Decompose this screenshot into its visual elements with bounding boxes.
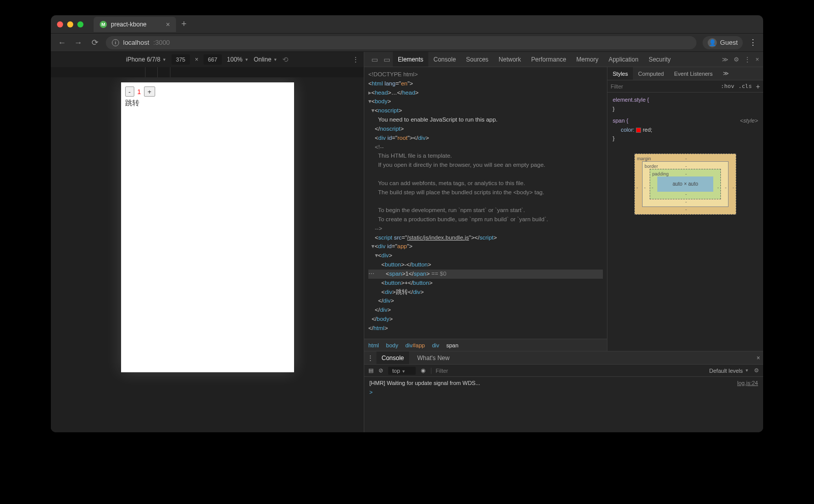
profile-button[interactable]: 👤 Guest bbox=[703, 36, 743, 49]
device-height-input[interactable] bbox=[204, 54, 222, 65]
minus-button[interactable]: - bbox=[125, 86, 134, 97]
guest-label: Guest bbox=[720, 39, 738, 46]
more-styles-tabs[interactable]: ≫ bbox=[718, 67, 734, 80]
tab-memory[interactable]: Memory bbox=[571, 52, 603, 67]
dom-panel: <!DOCTYPE html> <html lang="en"> ▸<head>… bbox=[364, 67, 607, 351]
styles-tabs: Styles Computed Event Listeners ≫ bbox=[607, 67, 763, 80]
tab-title: preact-kbone bbox=[111, 21, 147, 28]
settings-icon[interactable]: ⚙ bbox=[734, 56, 739, 63]
tab-performance[interactable]: Performance bbox=[526, 52, 571, 67]
color-swatch-icon[interactable] bbox=[636, 128, 641, 133]
new-tab-button[interactable]: + bbox=[181, 19, 187, 29]
box-model[interactable]: margin -- -- border -- -- padding -- - bbox=[634, 154, 736, 215]
jump-link[interactable]: 跳转 bbox=[125, 99, 290, 108]
tab-elements[interactable]: Elements bbox=[393, 52, 428, 67]
breadcrumb-item[interactable]: div#app bbox=[405, 342, 425, 348]
tab-sources[interactable]: Sources bbox=[461, 52, 493, 67]
box-content: auto × auto bbox=[657, 176, 713, 192]
clear-console-icon[interactable]: ⊘ bbox=[379, 367, 383, 374]
url-bar[interactable]: i localhost:3000 bbox=[106, 36, 696, 49]
tab-network[interactable]: Network bbox=[493, 52, 526, 67]
console-log-row: [HMR] Waiting for update signal from WDS… bbox=[369, 379, 758, 387]
style-rule[interactable]: element.style { } bbox=[613, 96, 758, 113]
tab-console-drawer[interactable]: Console bbox=[376, 351, 409, 364]
browser-window: M preact-kbone × + ← → ⟳ i localhost:300… bbox=[51, 15, 763, 432]
throttle-selector[interactable]: Online ▼ bbox=[254, 56, 278, 63]
breadcrumb-item[interactable]: html bbox=[368, 342, 379, 348]
devtools-menu-icon[interactable]: ⋮ bbox=[744, 56, 750, 63]
devtools-panel: ▭ ▭ Elements Console Sources Network Per… bbox=[364, 52, 763, 432]
log-source[interactable]: log.js:24 bbox=[737, 380, 758, 386]
console-settings-icon[interactable]: ⚙ bbox=[754, 367, 759, 374]
close-drawer-icon[interactable]: × bbox=[757, 354, 760, 362]
site-info-icon[interactable]: i bbox=[112, 39, 119, 46]
guest-icon: 👤 bbox=[708, 38, 717, 47]
tab-styles[interactable]: Styles bbox=[607, 67, 633, 80]
device-more-button[interactable]: ⋮ bbox=[353, 56, 359, 63]
content-area: iPhone 6/7/8 ▼ × 100% ▼ Online ▼ ⟲ ⋮ bbox=[51, 52, 763, 432]
reload-button[interactable]: ⟳ bbox=[90, 38, 100, 47]
cls-toggle[interactable]: .cls bbox=[738, 83, 752, 90]
ruler bbox=[51, 67, 364, 77]
rotate-button[interactable]: ⟲ bbox=[282, 55, 288, 64]
counter-row: - 1 + bbox=[125, 86, 290, 97]
close-window-button[interactable] bbox=[57, 21, 63, 27]
breadcrumb-item[interactable]: div bbox=[432, 342, 439, 348]
tab-event-listeners[interactable]: Event Listeners bbox=[669, 67, 718, 80]
favicon-icon: M bbox=[100, 21, 107, 28]
devtools-tabs: ▭ ▭ Elements Console Sources Network Per… bbox=[364, 52, 763, 67]
styles-body: element.style { } <style> span { color: … bbox=[607, 93, 763, 351]
maximize-window-button[interactable] bbox=[77, 21, 83, 27]
tab-application[interactable]: Application bbox=[603, 52, 644, 67]
log-message: [HMR] Waiting for update signal from WDS… bbox=[369, 380, 480, 386]
browser-tab[interactable]: M preact-kbone × bbox=[94, 17, 176, 32]
add-rule-button[interactable]: + bbox=[756, 82, 760, 91]
tab-computed[interactable]: Computed bbox=[633, 67, 669, 80]
forward-button[interactable]: → bbox=[73, 38, 83, 47]
console-tabs: ⋮ Console What's New × bbox=[364, 351, 763, 365]
chevron-down-icon: ▼ bbox=[273, 57, 277, 62]
close-tab-icon[interactable]: × bbox=[166, 20, 170, 28]
devtools-right-controls: ≫ ⚙ ⋮ × bbox=[722, 56, 759, 63]
console-sidebar-icon[interactable]: ▤ bbox=[368, 367, 373, 374]
device-selector[interactable]: iPhone 6/7/8 ▼ bbox=[126, 56, 166, 63]
eye-icon[interactable]: ◉ bbox=[421, 367, 426, 374]
hov-toggle[interactable]: :hov bbox=[721, 83, 735, 90]
back-button[interactable]: ← bbox=[57, 38, 67, 47]
plus-button[interactable]: + bbox=[144, 86, 155, 97]
close-devtools-icon[interactable]: × bbox=[755, 56, 759, 63]
browser-menu-button[interactable]: ⋮ bbox=[749, 38, 757, 47]
console-prompt[interactable]: > bbox=[369, 389, 758, 395]
inspect-element-icon[interactable]: ▭ bbox=[368, 55, 381, 64]
device-viewport: - 1 + 跳转 bbox=[51, 77, 364, 432]
tab-console[interactable]: Console bbox=[428, 52, 461, 67]
tab-whats-new[interactable]: What's New bbox=[412, 351, 455, 364]
context-selector[interactable]: top ▼ bbox=[388, 367, 416, 375]
titlebar: M preact-kbone × + bbox=[51, 15, 763, 34]
device-width-input[interactable] bbox=[171, 54, 190, 65]
elements-split: <!DOCTYPE html> <html lang="en"> ▸<head>… bbox=[364, 67, 763, 351]
dom-tree[interactable]: <!DOCTYPE html> <html lang="en"> ▸<head>… bbox=[364, 67, 607, 339]
window-controls bbox=[57, 21, 83, 27]
console-menu-icon[interactable]: ⋮ bbox=[367, 354, 373, 362]
minimize-window-button[interactable] bbox=[67, 21, 73, 27]
device-frame: - 1 + 跳转 bbox=[121, 82, 294, 372]
console-filter-bar: ▤ ⊘ top ▼ ◉ Default levels ▼ ⚙ bbox=[364, 365, 763, 377]
styles-filter-input[interactable] bbox=[610, 83, 717, 90]
styles-panel: Styles Computed Event Listeners ≫ :hov .… bbox=[607, 67, 763, 351]
console-body[interactable]: [HMR] Waiting for update signal from WDS… bbox=[364, 377, 763, 432]
style-rule[interactable]: <style> span { color: red; } bbox=[613, 116, 758, 143]
chevron-down-icon: ▼ bbox=[745, 368, 749, 373]
more-tabs-icon[interactable]: ≫ bbox=[722, 56, 729, 63]
breadcrumb-item[interactable]: span bbox=[446, 342, 458, 348]
chevron-down-icon: ▼ bbox=[401, 369, 405, 374]
device-toggle-icon[interactable]: ▭ bbox=[381, 55, 393, 64]
url-port: :3000 bbox=[153, 39, 170, 46]
zoom-selector[interactable]: 100% ▼ bbox=[227, 56, 249, 63]
breadcrumb: html body div#app div span bbox=[364, 339, 607, 351]
breadcrumb-item[interactable]: body bbox=[386, 342, 398, 348]
levels-selector[interactable]: Default levels ▼ bbox=[709, 368, 749, 374]
console-filter-input[interactable] bbox=[431, 368, 704, 374]
url-host: localhost bbox=[123, 39, 149, 46]
tab-security[interactable]: Security bbox=[644, 52, 676, 67]
